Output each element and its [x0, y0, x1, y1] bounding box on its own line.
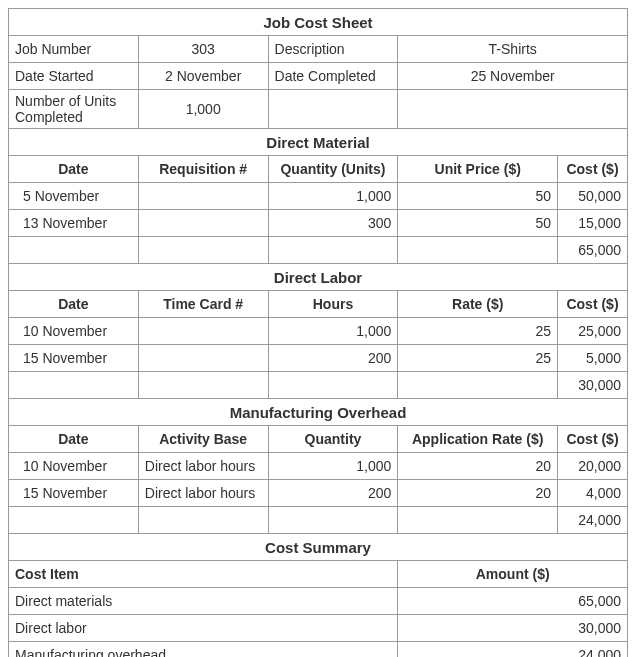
moh-base: Direct labor hours [138, 453, 268, 480]
dl-hours: 200 [268, 345, 398, 372]
moh-rate: 20 [398, 480, 558, 507]
table-row: 10 November 1,000 25 25,000 [9, 318, 628, 345]
dm-qty: 300 [268, 210, 398, 237]
job-cost-sheet-table: Job Cost Sheet Job Number 303 Descriptio… [8, 8, 628, 657]
summary-amount: 24,000 [398, 642, 628, 658]
date-started-value: 2 November [138, 63, 268, 90]
summary-amount: 65,000 [398, 588, 628, 615]
dl-cost: 25,000 [558, 318, 628, 345]
dm-h-req: Requisition # [138, 156, 268, 183]
dl-rate: 25 [398, 318, 558, 345]
dl-h-tc: Time Card # [138, 291, 268, 318]
empty-cell [268, 90, 398, 129]
moh-h-rate: Application Rate ($) [398, 426, 558, 453]
table-row: 15 November 200 25 5,000 [9, 345, 628, 372]
dm-h-cost: Cost ($) [558, 156, 628, 183]
moh-date: 15 November [9, 480, 139, 507]
moh-qty: 1,000 [268, 453, 398, 480]
table-row: Manufacturing overhead 24,000 [9, 642, 628, 658]
moh-h-base: Activity Base [138, 426, 268, 453]
empty-cell [138, 507, 268, 534]
dl-h-date: Date [9, 291, 139, 318]
dm-heading: Direct Material [9, 129, 628, 156]
summary-amount: 30,000 [398, 615, 628, 642]
moh-h-qty: Quantity [268, 426, 398, 453]
units-completed-value: 1,000 [138, 90, 268, 129]
dm-qty: 1,000 [268, 183, 398, 210]
moh-h-date: Date [9, 426, 139, 453]
summary-heading: Cost Summary [9, 534, 628, 561]
table-row: Direct labor 30,000 [9, 615, 628, 642]
dl-tc [138, 345, 268, 372]
dl-h-cost: Cost ($) [558, 291, 628, 318]
summary-item: Manufacturing overhead [9, 642, 398, 658]
units-completed-label: Number of Units Completed [9, 90, 139, 129]
dm-h-qty: Quantity (Units) [268, 156, 398, 183]
dl-h-rate: Rate ($) [398, 291, 558, 318]
dl-cost: 5,000 [558, 345, 628, 372]
summary-h-item: Cost Item [9, 561, 398, 588]
moh-rate: 20 [398, 453, 558, 480]
dl-tc [138, 318, 268, 345]
description-value: T-Shirts [398, 36, 628, 63]
empty-cell [398, 237, 558, 264]
empty-cell [398, 90, 628, 129]
dm-cost: 15,000 [558, 210, 628, 237]
dm-total-row: 65,000 [9, 237, 628, 264]
moh-qty: 200 [268, 480, 398, 507]
summary-h-amount: Amount ($) [398, 561, 628, 588]
dm-h-price: Unit Price ($) [398, 156, 558, 183]
moh-date: 10 November [9, 453, 139, 480]
moh-base: Direct labor hours [138, 480, 268, 507]
dl-date: 10 November [9, 318, 139, 345]
moh-cost: 20,000 [558, 453, 628, 480]
empty-cell [9, 237, 139, 264]
moh-cost: 4,000 [558, 480, 628, 507]
dm-price: 50 [398, 210, 558, 237]
dl-rate: 25 [398, 345, 558, 372]
date-started-label: Date Started [9, 63, 139, 90]
job-number-value: 303 [138, 36, 268, 63]
dl-hours: 1,000 [268, 318, 398, 345]
table-row: Direct materials 65,000 [9, 588, 628, 615]
empty-cell [268, 237, 398, 264]
job-number-label: Job Number [9, 36, 139, 63]
dm-total: 65,000 [558, 237, 628, 264]
table-row: 5 November 1,000 50 50,000 [9, 183, 628, 210]
table-row: 15 November Direct labor hours 200 20 4,… [9, 480, 628, 507]
empty-cell [138, 372, 268, 399]
dm-date: 5 November [9, 183, 139, 210]
dl-total-row: 30,000 [9, 372, 628, 399]
summary-item: Direct materials [9, 588, 398, 615]
dl-h-hours: Hours [268, 291, 398, 318]
moh-total: 24,000 [558, 507, 628, 534]
empty-cell [9, 507, 139, 534]
empty-cell [138, 237, 268, 264]
moh-h-cost: Cost ($) [558, 426, 628, 453]
empty-cell [398, 507, 558, 534]
dm-date: 13 November [9, 210, 139, 237]
date-completed-label: Date Completed [268, 63, 398, 90]
empty-cell [268, 372, 398, 399]
sheet-title: Job Cost Sheet [9, 9, 628, 36]
dm-h-date: Date [9, 156, 139, 183]
moh-total-row: 24,000 [9, 507, 628, 534]
dl-total: 30,000 [558, 372, 628, 399]
table-row: 10 November Direct labor hours 1,000 20 … [9, 453, 628, 480]
dm-cost: 50,000 [558, 183, 628, 210]
dm-price: 50 [398, 183, 558, 210]
table-row: 13 November 300 50 15,000 [9, 210, 628, 237]
moh-heading: Manufacturing Overhead [9, 399, 628, 426]
dl-heading: Direct Labor [9, 264, 628, 291]
empty-cell [268, 507, 398, 534]
empty-cell [9, 372, 139, 399]
description-label: Description [268, 36, 398, 63]
dm-req [138, 210, 268, 237]
empty-cell [398, 372, 558, 399]
summary-item: Direct labor [9, 615, 398, 642]
date-completed-value: 25 November [398, 63, 628, 90]
dl-date: 15 November [9, 345, 139, 372]
dm-req [138, 183, 268, 210]
